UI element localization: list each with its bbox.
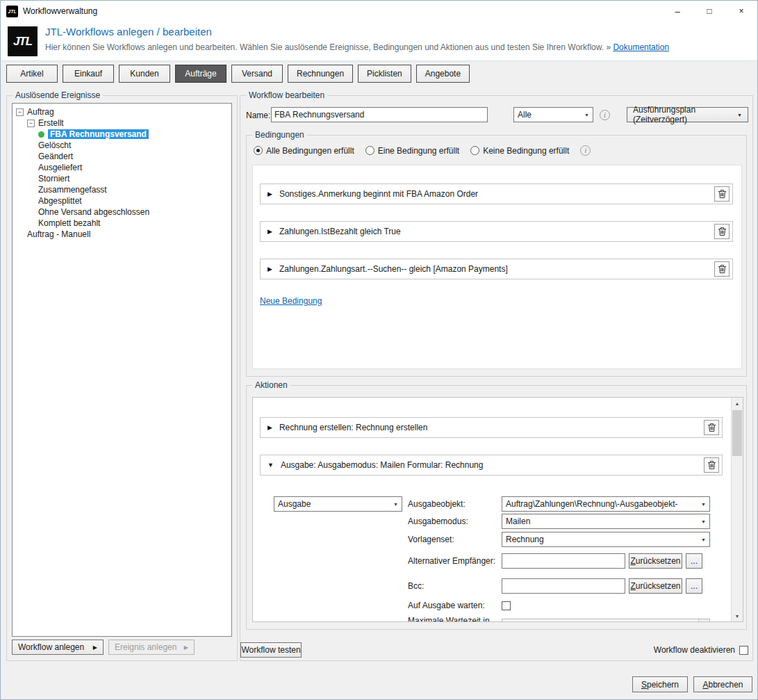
expand-arrow-icon[interactable]: ▶ <box>267 190 272 197</box>
action-row-expanded[interactable]: ▼ Ausgabe: Ausgabemodus: Mailen Formular… <box>260 455 723 475</box>
radio-no-condition[interactable]: Keine Bedingung erfüllt <box>470 146 569 156</box>
output-mode-select[interactable]: Mailen ▼ <box>502 514 710 529</box>
condition-row[interactable]: ▶ Sonstiges.Anmerkung beginnt mit FBA Am… <box>260 184 733 204</box>
new-condition-link[interactable]: Neue Bedingung <box>260 296 322 306</box>
events-panel: Auslösende Ereignisse − Auftrag − Erstel… <box>6 95 238 661</box>
scroll-up-icon[interactable]: ▲ <box>732 398 743 409</box>
radio-all-conditions[interactable]: Alle Bedingungen erfüllt <box>254 146 354 156</box>
expand-arrow-icon[interactable]: ▶ <box>267 424 272 431</box>
template-select[interactable]: Rechnung ▼ <box>502 532 710 547</box>
browse-alt-recipient-button[interactable]: ... <box>686 553 702 569</box>
radio-label: Keine Bedingung erfüllt <box>483 146 569 156</box>
spin-up-icon[interactable]: ▲ <box>699 619 709 621</box>
scope-select[interactable]: Alle ▼ <box>513 107 593 122</box>
workflow-name-input[interactable] <box>271 107 488 122</box>
close-button[interactable]: × <box>725 1 757 22</box>
delete-condition-button[interactable] <box>714 261 730 277</box>
collapse-arrow-icon[interactable]: ▼ <box>267 462 274 469</box>
condition-text: Zahlungen.Zahlungsart.--Suchen-- gleich … <box>279 264 714 274</box>
browse-bcc-button[interactable]: ... <box>686 578 702 594</box>
execution-plan-label: Ausführungsplan (Zeitverzögert) <box>633 105 737 124</box>
output-object-select[interactable]: Auftrag\Zahlungen\Rechnung\-Ausgabeobjek… <box>502 496 710 512</box>
tree-collapse-icon[interactable]: − <box>16 108 24 116</box>
tab-artikel[interactable]: Artikel <box>6 65 58 83</box>
info-icon[interactable]: i <box>580 145 591 156</box>
tree-node-auftrag[interactable]: − Auftrag <box>13 106 231 117</box>
menu-arrow-icon: ▶ <box>179 644 188 651</box>
delete-condition-button[interactable] <box>714 186 730 202</box>
reset-bcc-button[interactable]: Zurücksetzen <box>629 578 682 594</box>
tree-label: Komplett bezahlt <box>38 218 100 228</box>
tab-auftraege[interactable]: Aufträge <box>175 65 226 83</box>
tree-collapse-icon[interactable]: − <box>27 120 35 127</box>
tab-angebote[interactable]: Angebote <box>416 65 470 83</box>
reset-alt-recipient-button[interactable]: Zurücksetzen <box>629 553 682 569</box>
trash-icon <box>718 264 727 274</box>
condition-text: Sonstiges.Anmerkung beginnt mit FBA Amaz… <box>279 189 714 199</box>
events-tree[interactable]: − Auftrag − Erstellt FBA Rechnungsversan… <box>12 103 232 637</box>
create-workflow-button[interactable]: Workflow anlegen ▶ <box>12 640 104 655</box>
wait-checkbox[interactable] <box>502 601 511 610</box>
minimize-button[interactable]: – <box>661 1 693 22</box>
action-row-collapsed[interactable]: ▶ Rechnung erstellen: Rechnung erstellen <box>260 417 723 438</box>
page-title: JTL-Workflows anlegen / bearbeiten <box>45 26 212 38</box>
alt-recipient-input[interactable] <box>502 553 625 569</box>
condition-row[interactable]: ▶ Zahlungen.IstBezahlt gleich True <box>260 221 733 242</box>
cancel-button[interactable]: Abbrechen <box>693 676 752 692</box>
tree-node-storniert[interactable]: Storniert <box>13 173 231 184</box>
bcc-input[interactable] <box>502 578 625 594</box>
tree-node-ohne-versand[interactable]: Ohne Versand abgeschlossen <box>13 206 231 218</box>
info-icon[interactable]: i <box>600 110 610 120</box>
chevron-down-icon: ▼ <box>737 113 742 117</box>
documentation-link[interactable]: Dokumentation <box>613 42 669 52</box>
test-workflow-button[interactable]: Workflow testen <box>240 642 302 658</box>
actions-panel-title: Aktionen <box>252 380 290 390</box>
delete-action-button[interactable] <box>704 457 719 473</box>
tree-label: Ohne Versand abgeschlossen <box>38 207 149 217</box>
expand-arrow-icon[interactable]: ▶ <box>267 228 272 235</box>
window-title: Workflowverwaltung <box>23 6 97 16</box>
tab-versand[interactable]: Versand <box>231 65 283 83</box>
action-type-select[interactable]: Ausgabe ▼ <box>274 496 402 512</box>
expand-arrow-icon[interactable]: ▶ <box>267 266 272 272</box>
tree-node-zusammengefasst[interactable]: Zusammengefasst <box>13 184 231 195</box>
save-button[interactable]: Speichern <box>632 676 688 692</box>
tree-node-abgesplittet[interactable]: Abgesplittet <box>13 195 231 206</box>
delete-action-button[interactable] <box>704 420 719 435</box>
condition-row[interactable]: ▶ Zahlungen.Zahlungsart.--Suchen-- gleic… <box>260 259 733 279</box>
tab-picklisten[interactable]: Picklisten <box>358 65 411 83</box>
tab-einkauf[interactable]: Einkauf <box>63 65 114 83</box>
titlebar: JTL Workflowverwaltung – □ × <box>1 1 757 22</box>
tree-label: Geändert <box>38 152 73 161</box>
tree-node-erstellt[interactable]: − Erstellt <box>13 117 231 129</box>
scroll-down-icon[interactable]: ▼ <box>732 610 743 621</box>
tree-node-geloescht[interactable]: Gelöscht <box>13 140 231 151</box>
create-event-label: Ereignis anlegen <box>115 642 176 652</box>
deactivate-checkbox[interactable] <box>739 646 748 655</box>
actions-scrollbar[interactable]: ▲ ▼ <box>731 398 743 621</box>
tree-label: Gelöscht <box>38 140 71 150</box>
tree-node-workflow-selected[interactable]: FBA Rechnungsversand <box>13 129 231 140</box>
editor-panel-title: Workflow bearbeiten <box>246 90 327 100</box>
workflow-management-window: JTL Workflowverwaltung – □ × JTL JTL-Wor… <box>0 0 758 700</box>
execution-plan-button[interactable]: Ausführungsplan (Zeitverzögert) ▼ <box>627 107 748 122</box>
tree-node-auftrag-manuell[interactable]: Auftrag - Manuell <box>13 229 231 240</box>
tree-node-komplett-bezahlt[interactable]: Komplett bezahlt <box>13 218 231 229</box>
tree-node-ausgeliefert[interactable]: Ausgeliefert <box>13 162 231 173</box>
max-wait-value: 0 <box>506 621 698 621</box>
wait-row: Auf Ausgabe warten: <box>408 601 511 610</box>
maximize-button[interactable]: □ <box>693 1 725 22</box>
tree-label: Zusammengefasst <box>38 185 107 195</box>
max-wait-spinner[interactable]: 0 ▲ ▼ <box>502 619 710 621</box>
tab-kunden[interactable]: Kunden <box>119 65 170 83</box>
tree-node-geaendert[interactable]: Geändert <box>13 151 231 162</box>
chevron-down-icon: ▼ <box>581 108 593 122</box>
chevron-down-icon: ▼ <box>698 532 709 546</box>
template-row: Vorlagenset: Rechnung ▼ <box>408 532 710 547</box>
scrollbar-thumb[interactable] <box>732 410 742 456</box>
tree-label: Abgesplittet <box>38 196 82 206</box>
radio-one-condition[interactable]: Eine Bedingung erfüllt <box>365 146 459 156</box>
tab-rechnungen[interactable]: Rechnungen <box>288 65 353 83</box>
delete-condition-button[interactable] <box>714 224 730 239</box>
spinner-buttons: ▲ ▼ <box>698 619 709 621</box>
